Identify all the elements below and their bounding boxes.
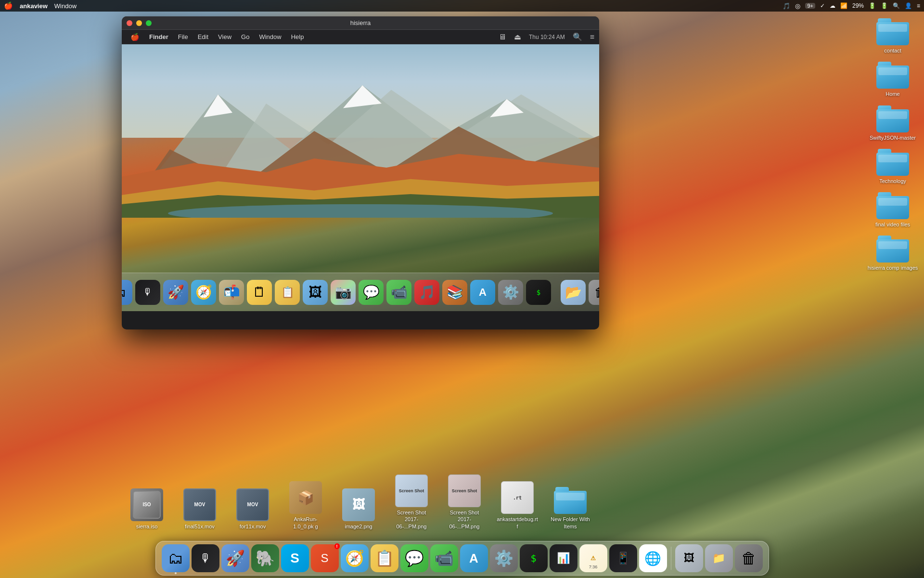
finder-menu-edit[interactable]: Edit — [194, 32, 212, 42]
dock-facetime[interactable]: 📹 — [430, 544, 458, 572]
dock-siri[interactable]: 🎙 — [192, 544, 219, 572]
dock-trash[interactable]: 🗑 — [735, 544, 763, 572]
dock-finder[interactable]: 🗂 — [162, 544, 190, 572]
dock-skype[interactable]: S — [281, 544, 309, 572]
menubar-search-icon[interactable]: 🔍 — [893, 2, 900, 9]
dock-chrome[interactable]: 🌐 — [639, 544, 667, 572]
finder-menu-window[interactable]: Window — [255, 32, 285, 42]
dock-evernote[interactable]: 🐘 — [251, 544, 279, 572]
file-for11x-mov[interactable]: MOV for11x.mov — [231, 488, 274, 530]
desktop-files-area: ISO sierra.iso MOV final51x.mov MOV for1… — [125, 474, 857, 530]
desktop-icons-right: contact Home SwiftyJSON-master Technolog… — [861, 14, 924, 276]
dock-screenshots[interactable]: 🖼 — [675, 544, 703, 572]
dock-safari[interactable]: 🧭 — [341, 544, 369, 572]
menubar-wifi-icon[interactable]: 📶 — [840, 2, 847, 9]
menubar: 🍎 ankaview Window 🎵 ◎ 9+ ✓ ☁ 📶 29% 🔋 🔋 🔍… — [0, 0, 924, 12]
finder-menu-finder[interactable]: Finder — [145, 32, 172, 42]
menubar-target-icon[interactable]: ◎ — [795, 2, 800, 10]
inner-dock-mail[interactable]: 📬 — [219, 280, 244, 305]
inner-dock-siri[interactable]: 🎙 — [135, 280, 160, 305]
finder-menu-file[interactable]: File — [174, 32, 192, 42]
finder-eject-icon[interactable]: ⏏ — [514, 32, 521, 41]
desktop-icon-home[interactable]: Home — [864, 58, 922, 101]
file-ankastartdebug[interactable]: .rt ankastartdebug.rt f — [496, 481, 539, 530]
file-screenshot-1[interactable]: Screen Shot Screen Shot 2017-06-...PM.pn… — [390, 474, 433, 530]
ios-icon: 📱 — [616, 552, 630, 565]
desktop-icon-label: final video files — [875, 221, 910, 228]
inner-dock-preview[interactable]: 🖼 — [303, 280, 328, 305]
desktop-icon-hisierra-comp-images[interactable]: hisierra comp images — [864, 232, 922, 275]
file-ankarun-pkg[interactable]: 📦 AnkaRun-1.0_0.pk g — [284, 481, 327, 530]
file-final51x-mov[interactable]: MOV final51x.mov — [178, 488, 221, 530]
file-new-folder-items[interactable]: New Folder With Items — [549, 487, 592, 530]
menubar-dropbox-icon[interactable]: ☁ — [830, 2, 835, 9]
stack2-icon: 📁 — [712, 552, 725, 565]
file-image2-png[interactable]: 🖼 image2.png — [337, 488, 380, 530]
desktop-icon-swiftyjson[interactable]: SwiftyJSON-master — [864, 102, 922, 145]
finder-search-icon[interactable]: 🔍 — [573, 32, 582, 41]
inner-dock-facetime[interactable]: 📹 — [386, 280, 411, 305]
inner-dock-launchpad[interactable]: 🚀 — [163, 280, 188, 305]
window-close-button[interactable] — [127, 20, 132, 26]
dock-appstore[interactable]: A — [460, 544, 488, 572]
dock-terminal[interactable]: $ — [520, 544, 548, 572]
menubar-notif-icon[interactable]: ≡ — [917, 2, 920, 9]
dock-stack2[interactable]: 📁 — [705, 544, 733, 572]
file-screenshot-2[interactable]: Screen Shot Screen Shot 2017-06-...PM.pn… — [443, 474, 486, 530]
file-sierra-iso[interactable]: ISO sierra.iso — [125, 488, 168, 530]
apple-menu-icon[interactable]: 🍎 — [4, 1, 13, 10]
inner-dock-terminal[interactable]: $ — [526, 280, 551, 305]
finder-apple-menu[interactable]: 🍎 — [127, 31, 143, 43]
desktop-icon-final-video-files[interactable]: final video files — [864, 188, 922, 232]
file-label: final51x.mov — [185, 523, 215, 530]
desktop-icon-contact[interactable]: contact — [864, 14, 922, 58]
desktop-icon-technology[interactable]: Technology — [864, 145, 922, 188]
menubar-user-icon[interactable]: 👤 — [905, 2, 912, 9]
desktop-icon-label: contact — [884, 47, 901, 54]
inner-dock-finder[interactable]: 🗂 — [122, 280, 132, 305]
file-label: image2.png — [345, 523, 372, 530]
finder-menu-view[interactable]: View — [214, 32, 235, 42]
menubar-audio-icon[interactable]: 🎵 — [783, 2, 790, 10]
file-label: ankastartdebug.rt f — [496, 516, 539, 530]
inner-dock-more[interactable]: 📂 — [561, 280, 586, 305]
inner-dock-messages[interactable]: 💬 — [359, 280, 384, 305]
finder-screen-share-icon[interactable]: 🖥 — [499, 33, 506, 41]
finder-menu-help[interactable]: Help — [287, 32, 308, 42]
inner-dock-sysprefs[interactable]: ⚙️ — [498, 280, 523, 305]
desktop-icon-label: Technology — [879, 178, 906, 184]
inner-dock-safari[interactable]: 🧭 — [191, 280, 216, 305]
dock-sysprefs[interactable]: ⚙️ — [490, 544, 518, 572]
menubar-window[interactable]: Window — [54, 2, 77, 10]
dock-launchpad[interactable]: 🚀 — [221, 544, 249, 572]
inner-dock-stickies[interactable]: 📋 — [275, 280, 300, 305]
dock-ios-simulator[interactable]: 📱 — [609, 544, 637, 572]
dock-stickies[interactable]: 📋 — [371, 544, 398, 572]
menubar-check-icon[interactable]: ✓ — [820, 2, 825, 9]
file-label: Screen Shot 2017-06-...PM.png — [443, 509, 486, 530]
inner-dock-appstore[interactable]: A — [470, 280, 495, 305]
inner-dock-trash[interactable]: 🗑 — [589, 280, 599, 305]
dock-skype2[interactable]: S ! — [311, 544, 339, 572]
finder-inner-dock: 🗂 🎙 🚀 🧭 📬 🗒 📋 🖼 📷 💬 📹 🎵 📚 A ⚙️ $ 📂 🗑 — [122, 273, 599, 311]
desktop-icon-label: hisierra comp images — [868, 264, 918, 271]
main-dock: 🗂 🎙 🚀 🐘 S S ! 🧭 📋 — [0, 539, 924, 578]
dock-messages[interactable]: 💬 — [400, 544, 428, 572]
menubar-app-name[interactable]: ankaview — [20, 2, 48, 10]
file-label: New Folder With Items — [549, 516, 591, 530]
finder-list-icon[interactable]: ≡ — [590, 33, 594, 41]
finder-menu-go[interactable]: Go — [237, 32, 253, 42]
dock-activity-monitor[interactable]: 📊 — [550, 544, 578, 572]
inner-dock-notes[interactable]: 🗒 — [247, 280, 272, 305]
inner-dock-music[interactable]: 🎵 — [414, 280, 439, 305]
menubar-right: 🎵 ◎ 9+ ✓ ☁ 📶 29% 🔋 🔋 🔍 👤 ≡ — [783, 2, 920, 10]
finder-icon: 🗂 — [168, 550, 183, 567]
dock-console[interactable]: ⚠ 7:36 — [579, 544, 607, 572]
window-minimize-button[interactable] — [136, 20, 142, 26]
inner-dock-photos[interactable]: 📷 — [331, 280, 356, 305]
window-maximize-button[interactable] — [146, 20, 152, 26]
activity-icon: 📊 — [557, 552, 570, 565]
dock-separator — [671, 547, 671, 570]
finder-time: Thu 10:24 AM — [529, 34, 565, 40]
inner-dock-books[interactable]: 📚 — [442, 280, 467, 305]
